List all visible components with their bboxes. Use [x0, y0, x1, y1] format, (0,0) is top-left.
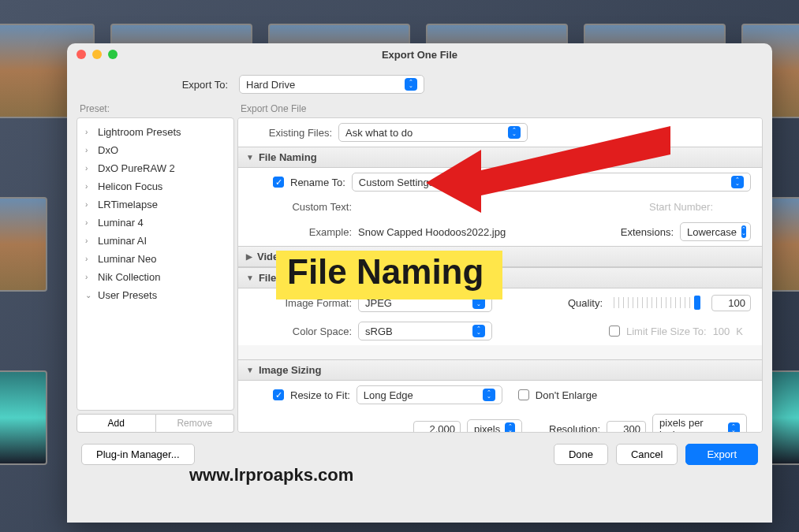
rename-to-label: Rename To: — [290, 177, 345, 188]
preset-remove-button: Remove — [156, 414, 235, 433]
annotation-arrow — [426, 126, 686, 213]
color-space-label: Color Space: — [249, 326, 352, 337]
chevron-right-icon: › — [85, 146, 95, 154]
dont-enlarge-checkbox[interactable] — [518, 389, 529, 400]
dialog-title: Export One File — [67, 49, 772, 61]
chevron-updown-icon — [405, 78, 417, 91]
export-button[interactable]: Export — [685, 444, 758, 465]
export-to-value: Hard Drive — [246, 79, 295, 91]
chevron-right-icon: › — [85, 273, 95, 281]
preset-label: Preset: — [77, 102, 234, 117]
chevron-right-icon: › — [85, 200, 95, 209]
quality-input[interactable]: 100 — [711, 295, 751, 311]
chevron-right-icon: › — [85, 182, 95, 191]
quality-slider[interactable] — [614, 297, 700, 308]
existing-files-label: Existing Files: — [249, 127, 332, 139]
resize-to-fit-select[interactable]: Long Edge — [357, 385, 502, 404]
preset-item[interactable]: ›Luminar Neo — [77, 250, 233, 268]
preset-add-button[interactable]: Add — [77, 414, 156, 433]
preset-item[interactable]: ›Nik Collection — [77, 268, 233, 286]
limit-size-unit: K — [736, 326, 743, 337]
chevron-right-icon: › — [85, 218, 95, 227]
quality-label: Quality: — [568, 297, 603, 309]
resize-checkbox[interactable] — [273, 389, 284, 400]
resolution-label: Resolution: — [549, 423, 600, 433]
cancel-button[interactable]: Cancel — [616, 444, 678, 465]
image-sizing-section-header[interactable]: ▼ Image Sizing — [238, 359, 762, 381]
chevron-updown-icon — [728, 422, 741, 433]
resolution-unit-select[interactable]: pixels per inch — [652, 414, 747, 433]
preset-item[interactable]: ›Helicon Focus — [77, 177, 233, 195]
limit-size-label: Limit File Size To: — [626, 326, 707, 337]
preset-list[interactable]: ›Lightroom Presets ›DxO ›DxO PureRAW 2 ›… — [77, 117, 234, 411]
example-label: Example: — [249, 226, 352, 238]
chevron-updown-icon — [741, 225, 746, 238]
size-input[interactable]: 2,000 — [413, 421, 461, 433]
annotation-highlight: File Naming — [276, 251, 502, 299]
custom-text-label: Custom Text: — [249, 201, 352, 213]
extensions-label: Extensions: — [621, 226, 674, 238]
titlebar: Export One File — [67, 43, 772, 65]
preset-item[interactable]: ›DxO — [77, 141, 233, 159]
color-space-select[interactable]: sRGB — [358, 322, 492, 340]
preset-item[interactable]: ›LRTimelapse — [77, 195, 233, 214]
resize-to-fit-label: Resize to Fit: — [290, 389, 350, 401]
main-label: Export One File — [237, 102, 763, 117]
done-button[interactable]: Done — [554, 444, 608, 465]
triangle-right-icon: ▶ — [246, 252, 252, 261]
resolution-input[interactable]: 300 — [607, 421, 646, 433]
dont-enlarge-label: Don't Enlarge — [536, 389, 597, 401]
limit-size-value: 100 — [713, 326, 730, 337]
chevron-right-icon: › — [85, 164, 95, 173]
limit-size-checkbox[interactable] — [609, 326, 620, 337]
chevron-updown-icon — [483, 389, 495, 401]
plugin-manager-button[interactable]: Plug-in Manager... — [81, 444, 195, 465]
example-value: Snow Capped Hoodoos2022.jpg — [358, 226, 506, 238]
size-unit-select[interactable]: pixels — [467, 419, 522, 433]
triangle-down-icon: ▼ — [246, 153, 254, 162]
watermark-text: www.lrproapks.com — [189, 465, 353, 485]
chevron-right-icon: › — [85, 236, 95, 245]
preset-item[interactable]: ›DxO PureRAW 2 — [77, 159, 233, 177]
chevron-updown-icon — [505, 422, 515, 433]
chevron-right-icon: › — [85, 128, 95, 136]
chevron-right-icon: › — [85, 255, 95, 263]
chevron-updown-icon — [472, 325, 485, 337]
triangle-down-icon: ▼ — [246, 273, 254, 282]
preset-item[interactable]: ⌄User Presets — [77, 286, 233, 304]
chevron-down-icon: ⌄ — [85, 291, 95, 299]
preset-item[interactable]: ›Luminar 4 — [77, 214, 233, 232]
preset-item[interactable]: ›Lightroom Presets — [77, 123, 233, 141]
extensions-select[interactable]: Lowercase — [680, 222, 751, 241]
triangle-down-icon: ▼ — [246, 366, 254, 374]
rename-to-checkbox[interactable] — [273, 177, 284, 188]
svg-marker-0 — [426, 126, 670, 213]
export-to-label: Export To: — [83, 79, 233, 91]
export-to-select[interactable]: Hard Drive — [239, 75, 424, 94]
preset-item[interactable]: ›Luminar AI — [77, 232, 233, 250]
chevron-updown-icon — [731, 176, 744, 188]
